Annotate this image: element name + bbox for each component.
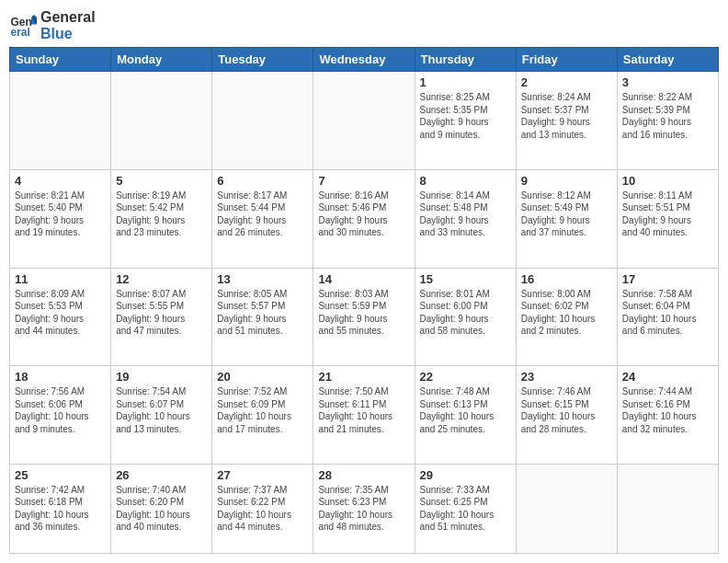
- day-number: 23: [521, 370, 612, 384]
- day-info: Sunrise: 8:25 AM Sunset: 5:35 PM Dayligh…: [420, 91, 511, 141]
- day-header-monday: Monday: [111, 48, 212, 72]
- day-info: Sunrise: 7:40 AM Sunset: 6:20 PM Dayligh…: [116, 484, 207, 534]
- day-number: 25: [15, 468, 106, 482]
- day-info: Sunrise: 8:21 AM Sunset: 5:40 PM Dayligh…: [15, 190, 106, 239]
- day-info: Sunrise: 8:01 AM Sunset: 6:00 PM Dayligh…: [420, 288, 511, 338]
- day-number: 29: [420, 468, 511, 482]
- day-info: Sunrise: 8:00 AM Sunset: 6:02 PM Dayligh…: [521, 288, 612, 338]
- page: Gen eral General Blue SundayMondayTuesda…: [0, 0, 728, 563]
- logo: Gen eral General Blue: [9, 9, 96, 41]
- calendar-cell: 23Sunrise: 7:46 AM Sunset: 6:15 PM Dayli…: [516, 366, 617, 465]
- calendar-cell: 21Sunrise: 7:50 AM Sunset: 6:11 PM Dayli…: [313, 366, 415, 465]
- day-number: 10: [622, 174, 713, 188]
- day-info: Sunrise: 8:07 AM Sunset: 5:55 PM Dayligh…: [116, 288, 207, 338]
- day-info: Sunrise: 8:19 AM Sunset: 5:42 PM Dayligh…: [116, 190, 207, 239]
- calendar-cell: 12Sunrise: 8:07 AM Sunset: 5:55 PM Dayli…: [111, 268, 212, 366]
- day-number: 4: [15, 174, 106, 188]
- day-number: 13: [217, 272, 308, 286]
- calendar-cell: 13Sunrise: 8:05 AM Sunset: 5:57 PM Dayli…: [212, 268, 313, 366]
- calendar-cell: [617, 464, 718, 553]
- day-info: Sunrise: 8:22 AM Sunset: 5:39 PM Dayligh…: [622, 91, 713, 141]
- day-info: Sunrise: 8:24 AM Sunset: 5:37 PM Dayligh…: [521, 91, 612, 141]
- calendar-cell: 15Sunrise: 8:01 AM Sunset: 6:00 PM Dayli…: [415, 268, 516, 366]
- day-info: Sunrise: 7:52 AM Sunset: 6:09 PM Dayligh…: [217, 385, 308, 435]
- day-info: Sunrise: 8:09 AM Sunset: 5:53 PM Dayligh…: [15, 288, 106, 338]
- calendar-cell: [212, 72, 313, 170]
- calendar-cell: 25Sunrise: 7:42 AM Sunset: 6:18 PM Dayli…: [10, 464, 111, 553]
- calendar-cell: 16Sunrise: 8:00 AM Sunset: 6:02 PM Dayli…: [516, 268, 617, 366]
- calendar-cell: [111, 72, 212, 170]
- day-info: Sunrise: 8:14 AM Sunset: 5:48 PM Dayligh…: [420, 190, 511, 239]
- calendar-cell: 3Sunrise: 8:22 AM Sunset: 5:39 PM Daylig…: [617, 72, 718, 170]
- day-header-friday: Friday: [516, 48, 617, 72]
- day-header-sunday: Sunday: [10, 48, 111, 72]
- calendar-cell: 5Sunrise: 8:19 AM Sunset: 5:42 PM Daylig…: [111, 169, 212, 268]
- day-info: Sunrise: 7:42 AM Sunset: 6:18 PM Dayligh…: [15, 484, 106, 534]
- day-header-tuesday: Tuesday: [212, 48, 313, 72]
- calendar-cell: 28Sunrise: 7:35 AM Sunset: 6:23 PM Dayli…: [313, 464, 415, 553]
- day-number: 26: [116, 468, 207, 482]
- calendar-header-row: SundayMondayTuesdayWednesdayThursdayFrid…: [10, 48, 719, 72]
- day-number: 22: [420, 370, 511, 384]
- day-number: 15: [420, 272, 511, 286]
- calendar-cell: 11Sunrise: 8:09 AM Sunset: 5:53 PM Dayli…: [10, 268, 111, 366]
- day-number: 8: [420, 174, 511, 188]
- week-row-1: 1Sunrise: 8:25 AM Sunset: 5:35 PM Daylig…: [10, 72, 719, 170]
- svg-text:eral: eral: [11, 25, 30, 38]
- day-info: Sunrise: 7:58 AM Sunset: 6:04 PM Dayligh…: [622, 288, 713, 338]
- day-number: 1: [420, 75, 511, 89]
- calendar-cell: 9Sunrise: 8:12 AM Sunset: 5:49 PM Daylig…: [516, 169, 617, 268]
- day-number: 6: [217, 174, 308, 188]
- day-info: Sunrise: 7:54 AM Sunset: 6:07 PM Dayligh…: [116, 385, 207, 435]
- day-info: Sunrise: 8:05 AM Sunset: 5:57 PM Dayligh…: [217, 288, 308, 338]
- week-row-5: 25Sunrise: 7:42 AM Sunset: 6:18 PM Dayli…: [10, 464, 719, 553]
- day-number: 27: [217, 468, 308, 482]
- week-row-2: 4Sunrise: 8:21 AM Sunset: 5:40 PM Daylig…: [10, 169, 719, 268]
- day-info: Sunrise: 8:16 AM Sunset: 5:46 PM Dayligh…: [318, 190, 409, 239]
- day-number: 11: [15, 272, 106, 286]
- day-number: 21: [318, 370, 409, 384]
- calendar-cell: 22Sunrise: 7:48 AM Sunset: 6:13 PM Dayli…: [415, 366, 516, 465]
- calendar-cell: 6Sunrise: 8:17 AM Sunset: 5:44 PM Daylig…: [212, 169, 313, 268]
- calendar-cell: 27Sunrise: 7:37 AM Sunset: 6:22 PM Dayli…: [212, 464, 313, 553]
- day-number: 24: [622, 370, 713, 384]
- calendar-cell: 17Sunrise: 7:58 AM Sunset: 6:04 PM Dayli…: [617, 268, 718, 366]
- week-row-3: 11Sunrise: 8:09 AM Sunset: 5:53 PM Dayli…: [10, 268, 719, 366]
- calendar-cell: 4Sunrise: 8:21 AM Sunset: 5:40 PM Daylig…: [10, 169, 111, 268]
- calendar-cell: 20Sunrise: 7:52 AM Sunset: 6:09 PM Dayli…: [212, 366, 313, 465]
- day-info: Sunrise: 7:35 AM Sunset: 6:23 PM Dayligh…: [318, 484, 409, 534]
- day-number: 17: [622, 272, 713, 286]
- calendar-cell: 7Sunrise: 8:16 AM Sunset: 5:46 PM Daylig…: [313, 169, 415, 268]
- day-number: 12: [116, 272, 207, 286]
- day-info: Sunrise: 7:44 AM Sunset: 6:16 PM Dayligh…: [622, 385, 713, 435]
- day-number: 16: [521, 272, 612, 286]
- day-number: 18: [15, 370, 106, 384]
- week-row-4: 18Sunrise: 7:56 AM Sunset: 6:06 PM Dayli…: [10, 366, 719, 465]
- calendar-cell: 8Sunrise: 8:14 AM Sunset: 5:48 PM Daylig…: [415, 169, 516, 268]
- day-number: 2: [521, 75, 612, 89]
- calendar-cell: 24Sunrise: 7:44 AM Sunset: 6:16 PM Dayli…: [617, 366, 718, 465]
- day-header-thursday: Thursday: [415, 48, 516, 72]
- logo-line1: General: [40, 9, 96, 26]
- calendar-cell: 19Sunrise: 7:54 AM Sunset: 6:07 PM Dayli…: [111, 366, 212, 465]
- calendar-table: SundayMondayTuesdayWednesdayThursdayFrid…: [9, 47, 719, 554]
- day-number: 9: [521, 174, 612, 188]
- calendar-cell: [10, 72, 111, 170]
- day-info: Sunrise: 7:33 AM Sunset: 6:25 PM Dayligh…: [420, 484, 511, 534]
- logo-line2: Blue: [40, 26, 96, 42]
- day-info: Sunrise: 7:37 AM Sunset: 6:22 PM Dayligh…: [217, 484, 308, 534]
- calendar-cell: 18Sunrise: 7:56 AM Sunset: 6:06 PM Dayli…: [10, 366, 111, 465]
- calendar-cell: 26Sunrise: 7:40 AM Sunset: 6:20 PM Dayli…: [111, 464, 212, 553]
- day-number: 3: [622, 75, 713, 89]
- calendar-cell: 14Sunrise: 8:03 AM Sunset: 5:59 PM Dayli…: [313, 268, 415, 366]
- calendar-cell: [516, 464, 617, 553]
- day-number: 14: [318, 272, 409, 286]
- day-number: 19: [116, 370, 207, 384]
- day-info: Sunrise: 8:03 AM Sunset: 5:59 PM Dayligh…: [318, 288, 409, 338]
- header: Gen eral General Blue: [9, 9, 719, 41]
- calendar-cell: 29Sunrise: 7:33 AM Sunset: 6:25 PM Dayli…: [415, 464, 516, 553]
- day-info: Sunrise: 8:17 AM Sunset: 5:44 PM Dayligh…: [217, 190, 308, 239]
- day-info: Sunrise: 7:50 AM Sunset: 6:11 PM Dayligh…: [318, 385, 409, 435]
- day-info: Sunrise: 7:48 AM Sunset: 6:13 PM Dayligh…: [420, 385, 511, 435]
- day-number: 7: [318, 174, 409, 188]
